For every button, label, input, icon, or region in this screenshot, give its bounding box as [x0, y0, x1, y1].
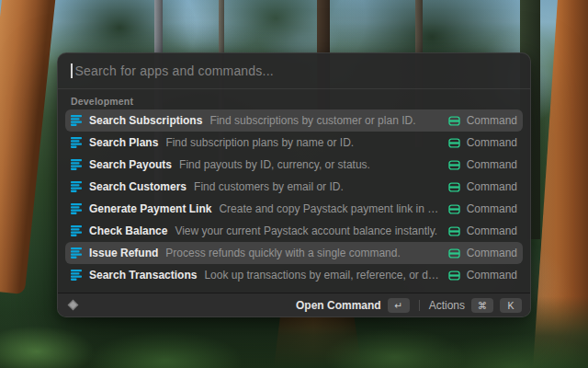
command-description: Process refunds quickly with a single co… — [165, 247, 400, 259]
command-list-item[interactable]: Search Plans Find subscription plans by … — [65, 132, 523, 154]
command-description: View your current Paystack account balan… — [175, 224, 437, 237]
command-list-item[interactable]: Search Customers Find customers by email… — [65, 176, 523, 198]
terminal-icon — [448, 247, 460, 259]
command-list-item[interactable]: Generate Payment Link Create and copy Pa… — [65, 198, 523, 220]
command-title: Check Balance — [89, 224, 167, 237]
command-list-item[interactable]: Search Transactions Look up transactions… — [65, 264, 523, 286]
paystack-icon — [71, 247, 82, 259]
command-description: Look up transactions by email, reference… — [204, 269, 440, 282]
footer-divider — [419, 300, 420, 311]
command-type-label: Command — [467, 158, 517, 171]
command-type-label: Command — [467, 114, 517, 127]
desktop: Search for apps and commands... Developm… — [0, 0, 588, 368]
return-key-badge: ↵ — [388, 298, 410, 313]
command-type-label: Command — [467, 269, 517, 282]
terminal-icon — [448, 203, 460, 215]
command-type-label: Command — [467, 180, 517, 193]
paystack-icon — [71, 137, 82, 148]
terminal-icon — [448, 181, 460, 193]
command-description: Find customers by email or ID. — [194, 180, 344, 193]
command-list-item[interactable]: Check Balance View your current Paystack… — [65, 220, 523, 242]
command-type-label: Command — [467, 136, 517, 149]
open-command-label[interactable]: Open Command — [296, 299, 381, 312]
command-type-label: Command — [467, 247, 517, 259]
terminal-icon — [448, 137, 460, 149]
command-title: Generate Payment Link — [89, 202, 211, 215]
paystack-icon — [71, 270, 82, 281]
paystack-icon — [71, 159, 82, 170]
terminal-icon — [448, 115, 460, 127]
command-list-item[interactable]: Issue Refund Process refunds quickly wit… — [65, 242, 523, 264]
command-description: Find subscriptions by customer or plan I… — [209, 114, 415, 127]
palette-footer: Open Command ↵ Actions ⌘ K — [58, 293, 530, 316]
cmd-key-badge: ⌘ — [471, 298, 493, 313]
command-list-item[interactable]: Search Subscriptions Find subscriptions … — [65, 109, 523, 132]
actions-button[interactable]: Actions — [429, 299, 465, 312]
command-palette: Search for apps and commands... Developm… — [57, 52, 531, 317]
command-title: Search Plans — [89, 136, 158, 149]
search-input[interactable]: Search for apps and commands... — [75, 63, 274, 78]
paystack-icon — [71, 225, 82, 236]
command-type-label: Command — [467, 202, 517, 215]
terminal-icon — [448, 159, 460, 171]
section-header-development: Development — [58, 89, 530, 109]
command-description: Find payouts by ID, currency, or status. — [179, 158, 370, 171]
terminal-icon — [448, 270, 460, 282]
k-key-badge: K — [500, 298, 522, 313]
command-list-item[interactable]: Search Payouts Find payouts by ID, curre… — [65, 154, 523, 176]
paystack-icon — [71, 181, 82, 192]
command-title: Search Customers — [89, 180, 187, 193]
command-type-label: Command — [467, 224, 517, 237]
paystack-icon — [71, 115, 82, 126]
command-description: Find subscription plans by name or ID. — [165, 136, 354, 149]
paystack-icon — [71, 203, 82, 214]
text-caret — [71, 63, 73, 78]
command-title: Search Payouts — [89, 158, 172, 171]
command-title: Search Transactions — [89, 269, 197, 282]
command-title: Search Subscriptions — [89, 114, 202, 127]
search-bar[interactable]: Search for apps and commands... — [58, 53, 530, 89]
command-title: Issue Refund — [89, 247, 158, 259]
command-list: Search Subscriptions Find subscriptions … — [58, 109, 530, 286]
command-description: Create and copy Paystack payment link in… — [219, 202, 440, 215]
terminal-icon — [448, 225, 460, 237]
extension-diamond-icon — [66, 298, 80, 312]
